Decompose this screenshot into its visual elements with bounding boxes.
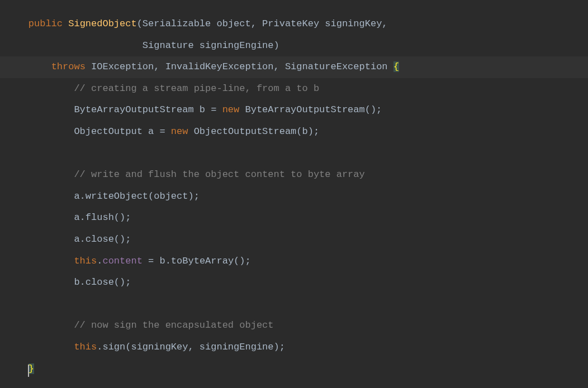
code-editor[interactable]: public SignedObject(Serializable object,… xyxy=(0,0,588,380)
keyword-this: this xyxy=(74,256,97,266)
code-text: ObjectOutputStream(b); xyxy=(188,126,319,137)
open-brace: { xyxy=(393,61,399,72)
keyword-new: new xyxy=(171,126,188,137)
comment: // write and flush the object content to… xyxy=(74,169,364,180)
code-text: a.close(); xyxy=(74,234,131,245)
comment: // creating a stream pipe-line, from a t… xyxy=(74,83,319,94)
code-text: ByteArrayOutputStream(); xyxy=(239,104,382,115)
exceptions: IOException, InvalidKeyException, Signat… xyxy=(86,61,393,72)
keyword-new: new xyxy=(222,104,240,115)
code-text: .sign(signingKey, signingEngine); xyxy=(97,342,285,352)
keyword-throws: throws xyxy=(51,61,86,72)
code-text: a.writeObject(object); xyxy=(74,191,199,202)
code-content[interactable]: public SignedObject(Serializable object,… xyxy=(6,13,588,380)
field-content: content xyxy=(102,256,142,266)
close-brace: } xyxy=(29,363,34,374)
code-text: = b.toByteArray(); xyxy=(143,256,251,266)
comment: // now sign the encapsulated object xyxy=(74,320,273,330)
keyword-this: this xyxy=(74,342,97,352)
code-text: ByteArrayOutputStream b = xyxy=(74,104,222,115)
keyword-public: public xyxy=(29,18,63,29)
params: (Serializable object, PrivateKey signing… xyxy=(137,18,388,29)
dot: . xyxy=(97,256,102,266)
code-text: a.flush(); xyxy=(74,212,131,223)
params-2: Signature signingEngine) xyxy=(143,40,279,51)
code-text: b.close(); xyxy=(74,277,131,288)
method-name: SignedObject xyxy=(68,18,136,29)
code-text: ObjectOutput a = xyxy=(74,126,170,137)
